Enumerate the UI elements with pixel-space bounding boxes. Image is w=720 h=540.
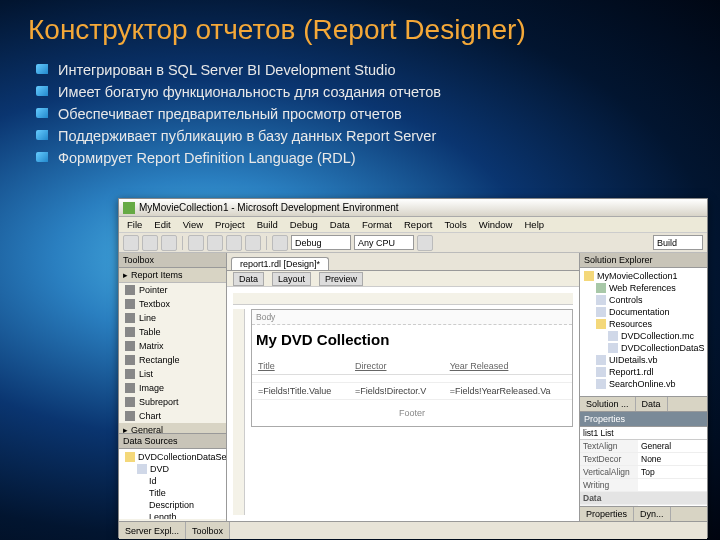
menu-format[interactable]: Format <box>356 218 398 231</box>
tree-node[interactable]: Report1.rdl <box>582 366 705 378</box>
toolbox-line[interactable]: Line <box>119 311 226 325</box>
tab-solution[interactable]: Solution ... <box>580 397 636 411</box>
tree-node[interactable]: DVDCollectionDataS <box>582 342 705 354</box>
property-target[interactable]: list1 List <box>580 427 707 440</box>
ds-table[interactable]: DVD <box>121 463 224 475</box>
tab-properties[interactable]: Properties <box>580 507 634 521</box>
menu-debug[interactable]: Debug <box>284 218 324 231</box>
menu-build[interactable]: Build <box>251 218 284 231</box>
tree-node[interactable]: Web References <box>582 282 705 294</box>
file-icon <box>596 379 606 389</box>
toolbox-textbox[interactable]: Textbox <box>119 297 226 311</box>
line-icon <box>125 313 135 323</box>
property-row[interactable]: VerticalAlignTop <box>580 466 707 479</box>
view-data[interactable]: Data <box>233 272 264 286</box>
slide-title: Конструктор отчетов (Report Designer) <box>28 14 692 46</box>
toolbox-matrix[interactable]: Matrix <box>119 339 226 353</box>
title-en: (Report Designer) <box>303 14 526 45</box>
menu-file[interactable]: File <box>121 218 148 231</box>
menu-window[interactable]: Window <box>473 218 519 231</box>
toolbar-button[interactable] <box>207 235 223 251</box>
col-director[interactable]: Director <box>349 358 444 375</box>
bullet-item: Формирует Report Definition Language (RD… <box>36 148 692 169</box>
design-canvas[interactable]: Body My DVD Collection Title Director Ye… <box>227 287 579 521</box>
view-preview[interactable]: Preview <box>319 272 363 286</box>
toolbar-button[interactable] <box>123 235 139 251</box>
rectangle-icon <box>125 355 135 365</box>
pointer-icon <box>125 285 135 295</box>
tree-node[interactable]: Controls <box>582 294 705 306</box>
toolbar-button[interactable] <box>245 235 261 251</box>
tree-node[interactable]: SearchOnline.vb <box>582 378 705 390</box>
config-select[interactable]: Debug <box>291 235 351 250</box>
toolbar-button[interactable] <box>188 235 204 251</box>
tree-node[interactable]: MyMovieCollection1 <box>582 270 705 282</box>
ds-root[interactable]: DVDCollectionDataSet <box>121 451 224 463</box>
toolbox-table[interactable]: Table <box>119 325 226 339</box>
file-icon <box>596 307 606 317</box>
bottom-tabs: Server Expl... Toolbox <box>119 521 707 539</box>
ruler-horizontal <box>233 293 573 305</box>
ds-field[interactable]: Length <box>121 511 224 519</box>
tab-dynamic[interactable]: Dyn... <box>634 507 671 521</box>
view-layout[interactable]: Layout <box>272 272 311 286</box>
footer-section[interactable]: Footer <box>252 400 572 426</box>
tab-data[interactable]: Data <box>636 397 668 411</box>
toolbox-pointer[interactable]: Pointer <box>119 283 226 297</box>
toolbar-button[interactable] <box>417 235 433 251</box>
menu-edit[interactable]: Edit <box>148 218 176 231</box>
toolbox-category[interactable]: ▸Report Items <box>119 268 226 283</box>
matrix-icon <box>125 341 135 351</box>
property-grid: TextAlignGeneralTextDecorNoneVerticalAli… <box>580 440 707 506</box>
data-sources-header: Data Sources <box>119 434 226 449</box>
report-table[interactable]: Title Director Year Released =Fields!Tit… <box>252 358 572 400</box>
menu-view[interactable]: View <box>177 218 209 231</box>
ds-field[interactable]: Id <box>121 475 224 487</box>
tab-server-explorer[interactable]: Server Expl... <box>119 522 186 539</box>
property-row[interactable]: Writing <box>580 479 707 492</box>
menu-tools[interactable]: Tools <box>439 218 473 231</box>
toolbar-button[interactable] <box>226 235 242 251</box>
textbox-icon <box>125 299 135 309</box>
bullet-item: Поддерживает публикацию в базу данных Re… <box>36 126 692 147</box>
toolbar-button[interactable] <box>272 235 288 251</box>
toolbox-list[interactable]: List <box>119 367 226 381</box>
toolbox-subreport[interactable]: Subreport <box>119 395 226 409</box>
menu-project[interactable]: Project <box>209 218 251 231</box>
report-page[interactable]: Body My DVD Collection Title Director Ye… <box>251 309 573 427</box>
toolbox-image[interactable]: Image <box>119 381 226 395</box>
menu-help[interactable]: Help <box>518 218 550 231</box>
tab-toolbox[interactable]: Toolbox <box>186 522 230 539</box>
tree-node[interactable]: Documentation <box>582 306 705 318</box>
expr-year[interactable]: =Fields!YearReleased.Va <box>444 383 572 400</box>
expr-title[interactable]: =Fields!Title.Value <box>252 383 349 400</box>
data-sources-tree: DVDCollectionDataSet DVD Id Title Descri… <box>119 449 226 519</box>
ds-field[interactable]: Title <box>121 487 224 499</box>
build-button[interactable]: Build <box>653 235 703 250</box>
property-row[interactable]: TextAlignGeneral <box>580 440 707 453</box>
property-row[interactable]: TextDecorNone <box>580 453 707 466</box>
bullet-item: Обеспечивает предварительный просмотр от… <box>36 104 692 125</box>
expr-director[interactable]: =Fields!Director.V <box>349 383 444 400</box>
report-title[interactable]: My DVD Collection <box>252 325 572 358</box>
title-ru: Конструктор отчетов <box>28 14 295 45</box>
col-title[interactable]: Title <box>252 358 349 375</box>
menu-report[interactable]: Report <box>398 218 439 231</box>
doc-tab[interactable]: report1.rdl [Design]* <box>231 257 329 270</box>
menu-data[interactable]: Data <box>324 218 356 231</box>
toolbar-button[interactable] <box>161 235 177 251</box>
toolbox-header: Toolbox <box>119 253 226 268</box>
tree-node[interactable]: Resources <box>582 318 705 330</box>
col-year[interactable]: Year Released <box>444 358 572 375</box>
cpu-select[interactable]: Any CPU <box>354 235 414 250</box>
tree-node[interactable]: UIDetails.vb <box>582 354 705 366</box>
file-icon <box>596 295 606 305</box>
toolbar-button[interactable] <box>142 235 158 251</box>
toolbox-chart[interactable]: Chart <box>119 409 226 423</box>
subreport-icon <box>125 397 135 407</box>
ds-field[interactable]: Description <box>121 499 224 511</box>
tree-node[interactable]: DVDCollection.mc <box>582 330 705 342</box>
editor-area: report1.rdl [Design]* Data Layout Previe… <box>227 253 579 521</box>
fold-icon <box>584 271 594 281</box>
toolbox-rectangle[interactable]: Rectangle <box>119 353 226 367</box>
